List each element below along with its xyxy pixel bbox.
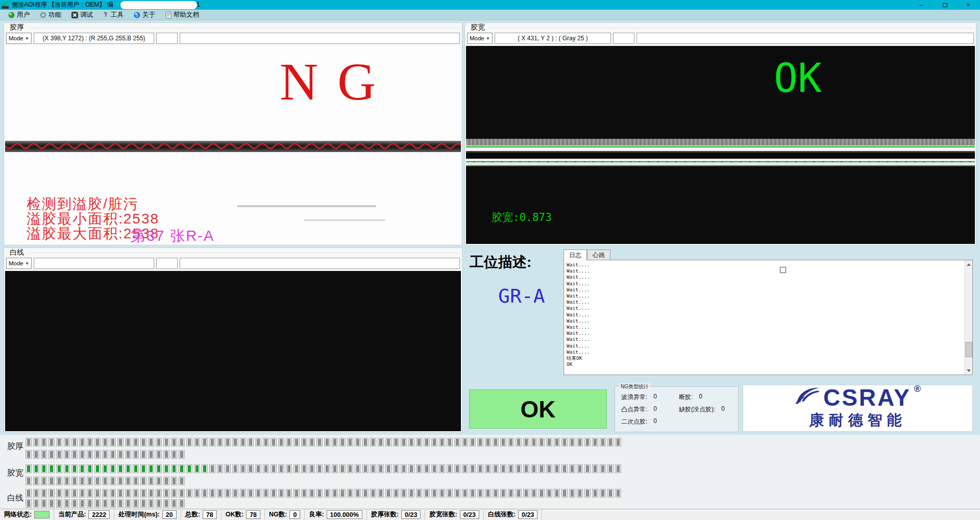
progress-cell [48,464,55,473]
log-checkbox[interactable] [780,267,786,273]
pixel-coord-readout[interactable]: ( X 431, Y 2 ) : ( Gray 25 ) [495,33,611,44]
progress-cell [156,477,162,485]
glue-width-panel: 胶宽 Mode▼ ( X 431, Y 2 ) : ( Gray 25 ) OK [464,22,976,245]
progress-cell [186,438,192,447]
progress-cell [439,438,445,447]
close-button[interactable]: × [957,0,980,10]
progress-cell [271,489,277,498]
progress-row [26,489,623,498]
progress-cell [293,464,300,473]
progress-cell [393,438,399,447]
maximize-icon [943,3,947,7]
progress-cell [87,438,93,447]
progress-cell [156,499,162,508]
app-icon [2,2,9,9]
ng-stats-left-column: 波浪异常:0凸点异常:0二次点胶:0 [621,393,657,430]
scroll-down-icon[interactable] [965,367,972,374]
status-value: 78 [246,510,260,519]
menu-item-about[interactable]: i 关于 [129,10,160,20]
progress-cell [538,438,545,447]
mode-dropdown[interactable]: Mode▼ [6,258,32,269]
progress-row [26,477,186,485]
wide-textbox[interactable] [180,33,460,44]
progress-cell [87,489,93,498]
progress-cell [408,438,414,447]
tab-log[interactable]: 日志 [564,250,587,260]
menu-item-debug[interactable]: 调试 [66,10,98,20]
white-line-image[interactable] [5,271,461,431]
small-textbox[interactable] [156,33,178,44]
progress-cell [615,489,621,498]
progress-cell [454,464,460,473]
menu-item-tools[interactable]: 工具 [98,10,129,20]
progress-cell [110,438,116,447]
ng-stat-row: 二次点胶:0 [621,417,657,426]
ng-stat-label: 波浪异常: [621,393,647,402]
progress-cell [194,489,200,498]
ng-stat-label: 断胶: [679,393,693,402]
progress-cell [401,438,407,447]
progress-cell [140,499,146,508]
pixel-coord-readout[interactable]: (X 398,Y 1272) : (R 255,G 255,B 255) [34,33,154,44]
progress-cell [64,477,70,485]
progress-cell [133,438,139,447]
progress-cell [64,438,70,447]
glue-width-image[interactable]: OK 胶宽:0.873 [466,46,975,244]
small-textbox[interactable] [156,258,178,269]
progress-cell [148,450,154,459]
mode-dropdown[interactable]: Mode▼ [467,33,493,44]
wide-textbox[interactable] [636,33,974,44]
progress-cell [179,477,185,485]
menu-item-user[interactable]: 用户 [3,10,35,20]
wide-textbox[interactable] [180,258,460,269]
log-content[interactable]: Wait....Wait....Wait....Wait....Wait....… [564,260,973,375]
progress-cell [125,464,131,473]
progress-cell [117,489,124,498]
progress-cell [454,489,460,498]
progress-cell [240,438,246,447]
minimize-button[interactable]: – [910,0,933,10]
progress-cell [87,499,93,508]
glue-thickness-image[interactable]: NG 检测到溢胶/脏污 溢胶最小面积:2538 溢胶最大面积:2538 第37 … [5,46,461,244]
progress-cell [163,438,169,447]
progress-cell [125,438,131,447]
progress-cell [255,464,261,473]
scroll-up-icon[interactable] [965,261,972,268]
log-line: Wait.... [567,262,962,268]
progress-cell [94,477,101,485]
pixel-coord-readout[interactable] [34,258,154,269]
maximize-button[interactable] [933,0,957,10]
progress-cell [163,464,169,473]
logo-brand-text: CSRAY [823,386,911,409]
ng-stats-right-column: 断胶:0缺胶(没点胶):0 [679,393,725,417]
app-window: 侧涂AOI程序 【当前用户：OEM】 编 1 – × 用户 功能 调试 工具 i [0,0,980,520]
chevron-down-icon: ▼ [25,261,29,266]
mode-dropdown[interactable]: Mode▼ [6,33,32,44]
progress-cell [339,464,346,473]
progress-cell [163,450,169,459]
progress-cell [584,438,591,447]
menu-item-functions[interactable]: 功能 [35,10,66,20]
progress-cell [41,464,47,473]
progress-cell [462,489,468,498]
scrollbar-thumb[interactable] [965,342,972,357]
menu-item-help[interactable]: 帮助文档 [160,10,204,20]
result-ok-button[interactable]: OK [469,389,607,429]
progress-cell [401,464,407,473]
small-textbox[interactable] [613,33,634,44]
progress-cell [592,489,598,498]
progress-cell [133,477,139,485]
progress-cell [33,489,39,498]
log-line: Wait.... [567,349,962,355]
progress-cell [140,477,146,485]
progress-cell [140,489,146,498]
status-value: 78 [203,510,217,519]
progress-cell [470,489,476,498]
log-scrollbar[interactable] [964,260,972,375]
user-icon [8,12,15,18]
tab-heartbeat[interactable]: 心跳 [587,250,610,260]
progress-cell [48,450,55,459]
red-wave [5,139,461,154]
status-value: 0/23 [518,510,537,519]
progress-cell [26,464,32,473]
